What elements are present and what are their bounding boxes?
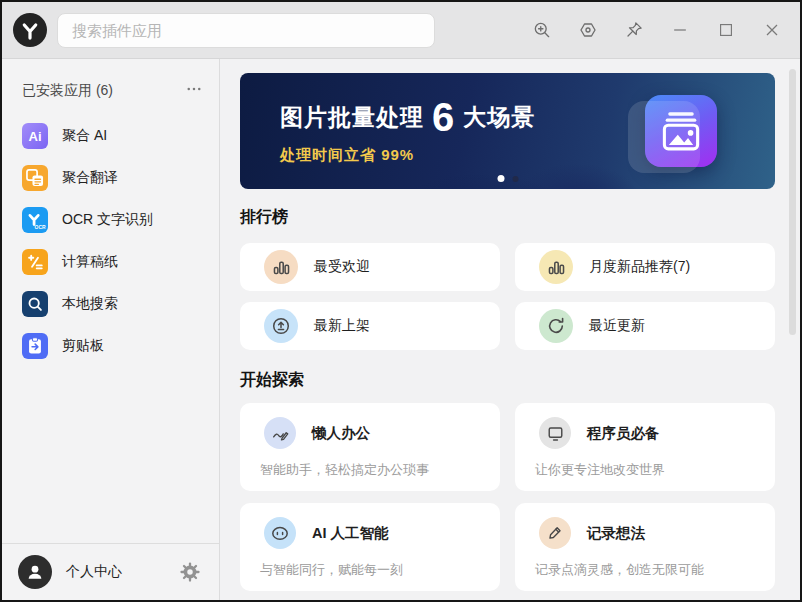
explore-card-desc: 记录点滴灵感，创造无限可能: [535, 561, 755, 579]
pen-chart-icon: [264, 417, 296, 449]
sidebar-item-juhe-ai[interactable]: Ai 聚合 AI: [2, 115, 219, 157]
rank-section-title: 排行榜: [240, 207, 775, 226]
explore-card-label: 程序员必备: [587, 424, 660, 443]
sidebar: 已安装应用 (6) Ai 聚合 AI: [2, 59, 220, 600]
sidebar-item-label: 聚合翻译: [62, 169, 118, 187]
sidebar-item-local-search[interactable]: 本地搜索: [2, 283, 219, 325]
explore-card-desc: 智能助手，轻松搞定办公琐事: [260, 461, 480, 479]
rank-card-recently-updated[interactable]: 最近更新: [515, 302, 775, 350]
sidebar-item-label: 聚合 AI: [62, 127, 107, 145]
ocr-icon: OCR: [22, 207, 48, 233]
sidebar-item-ocr[interactable]: OCR OCR 文字识别: [2, 199, 219, 241]
title-bar: [2, 2, 800, 59]
user-center-row[interactable]: 个人中心: [2, 543, 219, 600]
explore-card-lazy-office[interactable]: 懒人办公 智能助手，轻松搞定办公琐事: [240, 403, 500, 491]
refresh-icon: [539, 309, 573, 343]
main-content: 图片批量处理 6 大场景 处理时间立省 99%: [220, 59, 800, 600]
carousel-dots: [497, 175, 518, 182]
explore-section-title: 开始探索: [240, 370, 775, 389]
rank-card-monthly-new[interactable]: 月度新品推荐(7): [515, 243, 775, 291]
maximize-icon[interactable]: [716, 20, 736, 40]
local-search-icon: [22, 291, 48, 317]
calc-icon: [22, 249, 48, 275]
explore-card-programmer[interactable]: 程序员必备 让你更专注地改变世界: [515, 403, 775, 491]
translate-icon: [22, 165, 48, 191]
bar-chart-icon: [264, 250, 298, 284]
utools-logo-icon: [13, 13, 47, 47]
explore-card-desc: 与智能同行，赋能每一刻: [260, 561, 480, 579]
sidebar-item-calc-paper[interactable]: 计算稿纸: [2, 241, 219, 283]
rank-card-label: 最近更新: [589, 317, 645, 335]
clipboard-icon: [22, 333, 48, 359]
scrollbar-thumb[interactable]: [789, 69, 796, 335]
monitor-icon: [539, 417, 571, 449]
minimize-icon[interactable]: [670, 20, 690, 40]
user-center-label: 个人中心: [66, 563, 122, 581]
sidebar-item-label: 剪贴板: [62, 337, 104, 355]
rank-card-label: 最受欢迎: [314, 258, 370, 276]
carousel-dot[interactable]: [512, 176, 518, 182]
sidebar-item-label: 计算稿纸: [62, 253, 118, 271]
banner-big-number: 6: [432, 97, 455, 137]
search-input[interactable]: [57, 13, 435, 48]
explore-card-desc: 让你更专注地改变世界: [535, 461, 755, 479]
scrollbar[interactable]: [788, 67, 797, 600]
pencil-icon: [539, 517, 571, 549]
gear-icon[interactable]: [179, 561, 201, 583]
pin-icon[interactable]: [624, 20, 644, 40]
image-batch-app-icon: [645, 95, 717, 167]
sidebar-item-label: OCR 文字识别: [62, 211, 153, 229]
carousel-dot-active[interactable]: [497, 175, 504, 182]
app-window: 已安装应用 (6) Ai 聚合 AI: [0, 0, 802, 602]
zoom-in-icon[interactable]: [532, 20, 552, 40]
avatar[interactable]: [18, 555, 52, 589]
hexagon-panel-icon[interactable]: [578, 20, 598, 40]
explore-card-ai[interactable]: AI 人工智能 与智能同行，赋能每一刻: [240, 503, 500, 591]
upload-circle-icon: [264, 309, 298, 343]
close-icon[interactable]: [762, 20, 782, 40]
ai-icon: Ai: [22, 123, 48, 149]
more-icon[interactable]: [185, 80, 203, 101]
sidebar-item-label: 本地搜索: [62, 295, 118, 313]
sidebar-item-clipboard[interactable]: 剪贴板: [2, 325, 219, 367]
rank-card-newly-listed[interactable]: 最新上架: [240, 302, 500, 350]
installed-apps-header: 已安装应用 (6): [22, 82, 113, 100]
explore-card-label: AI 人工智能: [312, 524, 389, 543]
explore-card-label: 记录想法: [587, 524, 645, 543]
rank-card-label: 月度新品推荐(7): [589, 258, 690, 276]
rank-card-label: 最新上架: [314, 317, 370, 335]
svg-text:OCR: OCR: [35, 224, 46, 230]
robot-icon: [264, 517, 296, 549]
explore-card-notes[interactable]: 记录想法 记录点滴灵感，创造无限可能: [515, 503, 775, 591]
explore-card-label: 懒人办公: [312, 424, 370, 443]
promo-banner[interactable]: 图片批量处理 6 大场景 处理时间立省 99%: [240, 73, 775, 189]
bar-chart-icon: [539, 250, 573, 284]
rank-card-most-popular[interactable]: 最受欢迎: [240, 243, 500, 291]
sidebar-item-juhe-translate[interactable]: 聚合翻译: [2, 157, 219, 199]
